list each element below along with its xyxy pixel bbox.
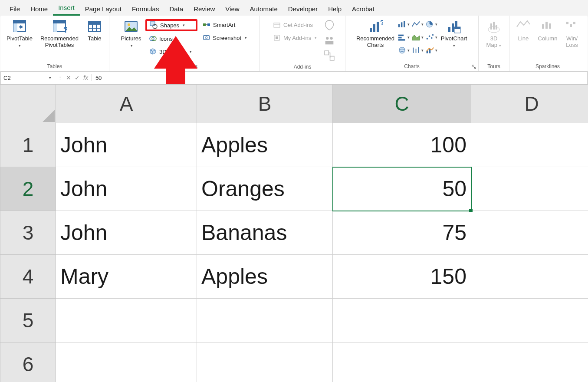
menu-insert[interactable]: Insert (53, 2, 80, 16)
svg-rect-61 (496, 25, 497, 30)
visio-icon[interactable] (323, 49, 335, 63)
column-chart-icon[interactable]: ▾ (397, 19, 410, 30)
enter-icon[interactable]: ✓ (75, 74, 80, 81)
menu-view[interactable]: View (220, 3, 244, 16)
smartart-button[interactable]: SmartArt (199, 19, 250, 30)
cell-D4[interactable] (471, 255, 588, 299)
recommended-pivottables-label: Recommended PivotTables (40, 36, 79, 49)
formula-input[interactable]: 50 (92, 75, 587, 81)
menu-home[interactable]: Home (25, 3, 53, 16)
name-box[interactable]: C2 ▾ (1, 75, 54, 81)
menu-formulas[interactable]: Formulas (127, 3, 164, 16)
cell-B6[interactable] (197, 342, 333, 382)
icons-button[interactable]: Icons (145, 33, 197, 44)
cell-B3[interactable]: Bananas (197, 211, 333, 255)
pivottable-icon (12, 19, 27, 34)
combo-chart-icon[interactable]: ▾ (425, 45, 437, 56)
svg-rect-31 (370, 28, 372, 32)
get-addins-button[interactable]: Get Add-ins (269, 19, 322, 30)
bing-maps-icon[interactable] (323, 19, 335, 33)
menu-review[interactable]: Review (188, 3, 220, 16)
line-chart-icon[interactable]: ▾ (411, 19, 424, 30)
row-header-2[interactable]: 2 (0, 167, 56, 211)
menu-data[interactable]: Data (164, 3, 188, 16)
screenshot-icon (203, 34, 210, 42)
cell-B4[interactable]: Apples (197, 255, 333, 299)
pictures-button[interactable]: Pictures▾ (118, 17, 144, 49)
col-header-A[interactable]: A (56, 85, 197, 123)
stock-chart-icon[interactable]: ▾ (411, 45, 424, 56)
cell-C5[interactable] (333, 299, 471, 342)
cell-A1[interactable]: John (56, 123, 197, 167)
recommended-charts-button[interactable]: ? Recommended Charts (355, 17, 396, 49)
row-header-4[interactable]: 4 (0, 255, 56, 299)
menu-developer[interactable]: Developer (283, 3, 323, 16)
cell-B1[interactable]: Apples (197, 123, 333, 167)
shapes-button[interactable]: Shapes ▾ (145, 19, 197, 31)
group-sparklines: Line Column Win/ Loss Sparklines (509, 16, 586, 71)
row-header-1[interactable]: 1 (0, 123, 56, 167)
row-header-5[interactable]: 5 (0, 299, 56, 342)
cell-D1[interactable] (471, 123, 588, 167)
cell-C3[interactable]: 75 (333, 211, 471, 255)
col-header-B[interactable]: B (197, 85, 333, 123)
col-header-C[interactable]: C (333, 85, 471, 123)
map-chart-icon[interactable]: ▾ (397, 45, 410, 56)
row-header-3[interactable]: 3 (0, 211, 56, 255)
3d-map-icon (486, 19, 501, 34)
chevron-down-icon: ▾ (190, 49, 192, 54)
svg-rect-2 (13, 23, 17, 32)
chevron-down-icon: ▾ (183, 23, 185, 27)
menu-help[interactable]: Help (323, 3, 347, 16)
cell-D3[interactable] (471, 211, 588, 255)
cell-C1[interactable]: 100 (333, 123, 471, 167)
menu-page-layout[interactable]: Page Layout (80, 3, 127, 16)
svg-rect-30 (330, 56, 334, 60)
svg-rect-21 (204, 36, 209, 40)
icons-label: Icons (159, 36, 173, 42)
cell-A4[interactable]: Mary (56, 255, 197, 299)
fx-icon[interactable]: fx (83, 74, 88, 81)
cell-D2[interactable] (471, 167, 588, 211)
chevron-down-icon: ▾ (315, 36, 317, 40)
cell-C4[interactable]: 150 (333, 255, 471, 299)
cell-C6[interactable] (333, 342, 471, 382)
pie-chart-icon[interactable]: ▾ (425, 19, 437, 30)
smartart-label: SmartArt (213, 22, 235, 28)
pivotchart-button[interactable]: PivotChart▾ (439, 17, 469, 49)
screenshot-button[interactable]: Screenshot ▾ (199, 32, 250, 43)
charts-dialog-launcher[interactable] (471, 64, 476, 69)
menu-automate[interactable]: Automate (245, 3, 283, 16)
more-icon[interactable]: ⋮ (58, 75, 62, 81)
row-header-6[interactable]: 6 (0, 342, 56, 382)
menu-file[interactable]: File (4, 3, 25, 16)
cell-B2[interactable]: Oranges (197, 167, 333, 211)
cell-D5[interactable] (471, 299, 588, 342)
recommended-pivottables-button[interactable]: ? Recommended PivotTables (37, 17, 82, 49)
3d-map-button[interactable]: 3D Map ▾ (482, 17, 506, 49)
cell-A6[interactable] (56, 342, 197, 382)
cell-C2[interactable]: 50 (333, 167, 471, 211)
cell-A3[interactable]: John (56, 211, 197, 255)
my-addins-button[interactable]: My Add-ins ▾ (269, 32, 322, 43)
sparkline-winloss-label: Win/ Loss (566, 36, 578, 49)
cell-D6[interactable] (471, 342, 588, 382)
sparkline-winloss-button[interactable]: Win/ Loss (562, 17, 582, 49)
table-button[interactable]: Table (84, 17, 105, 42)
cell-A2[interactable]: John (56, 167, 197, 211)
3d-models-button[interactable]: 3D Models ▾ (145, 46, 197, 57)
bar-chart-icon[interactable]: ▾ (397, 32, 410, 43)
scatter-chart-icon[interactable]: ▾ (425, 32, 437, 43)
menu-acrobat[interactable]: Acrobat (347, 3, 380, 16)
cancel-icon[interactable]: ✕ (66, 74, 71, 81)
col-header-D[interactable]: D (471, 85, 588, 123)
sparkline-line-button[interactable]: Line (513, 17, 534, 42)
people-graph-icon[interactable] (323, 34, 335, 48)
area-chart-icon[interactable]: ▾ (411, 32, 424, 43)
select-all-corner[interactable] (0, 85, 56, 123)
svg-text:?: ? (380, 19, 383, 26)
cell-A5[interactable] (56, 299, 197, 342)
cell-B5[interactable] (197, 299, 333, 342)
pivottable-button[interactable]: PivotTable▾ (4, 17, 35, 49)
sparkline-column-button[interactable]: Column (535, 17, 560, 42)
